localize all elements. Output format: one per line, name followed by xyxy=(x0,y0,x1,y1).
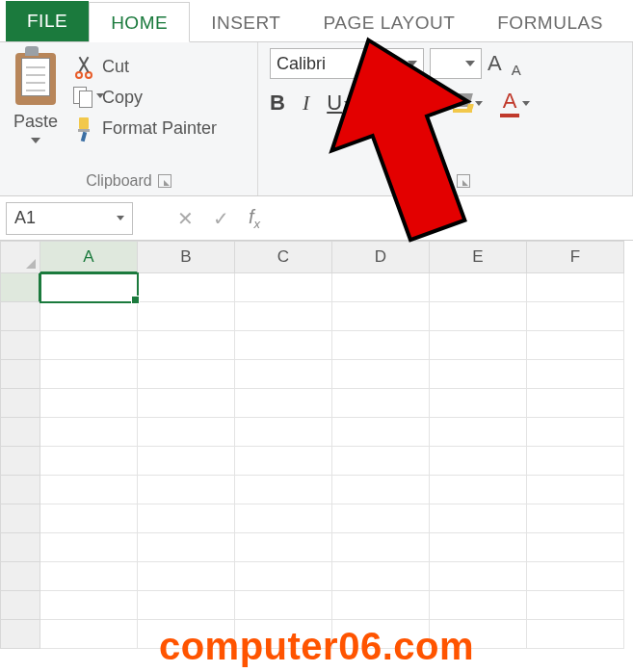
row-header[interactable] xyxy=(0,447,40,476)
name-box[interactable]: A1 xyxy=(6,202,133,235)
column-header[interactable]: F xyxy=(527,241,624,273)
cell[interactable] xyxy=(527,447,624,476)
cell[interactable] xyxy=(430,418,527,447)
row-header[interactable] xyxy=(0,591,40,620)
cell[interactable] xyxy=(40,447,138,476)
fill-color-split-button[interactable] xyxy=(453,93,483,113)
cell[interactable] xyxy=(430,562,527,591)
cell-a1[interactable] xyxy=(40,273,138,302)
font-dialog-launcher[interactable] xyxy=(457,174,470,188)
formula-bar[interactable] xyxy=(260,218,633,219)
cell[interactable] xyxy=(332,418,430,447)
cell[interactable] xyxy=(332,389,430,418)
cell[interactable] xyxy=(40,302,138,331)
cell[interactable] xyxy=(430,389,527,418)
tab-formulas[interactable]: FORMULAS xyxy=(476,3,624,41)
enter-formula-button[interactable]: ✓ xyxy=(213,207,229,230)
cell[interactable] xyxy=(527,418,624,447)
cell[interactable] xyxy=(235,331,332,360)
column-header[interactable]: B xyxy=(138,241,235,273)
cell[interactable] xyxy=(138,533,235,562)
cell[interactable] xyxy=(430,360,527,389)
chevron-down-icon[interactable] xyxy=(465,61,475,66)
paste-split-button[interactable]: Paste xyxy=(12,48,60,143)
tab-page-layout[interactable]: PAGE LAYOUT xyxy=(302,3,476,41)
cell[interactable] xyxy=(527,360,624,389)
cell[interactable] xyxy=(235,447,332,476)
cell[interactable] xyxy=(235,389,332,418)
cell[interactable] xyxy=(332,331,430,360)
borders-split-button[interactable] xyxy=(387,93,417,113)
chevron-down-icon[interactable] xyxy=(117,216,124,220)
cell[interactable] xyxy=(138,331,235,360)
row-header[interactable] xyxy=(0,273,40,302)
column-header[interactable]: E xyxy=(430,241,527,273)
cell[interactable] xyxy=(138,360,235,389)
cell[interactable] xyxy=(527,302,624,331)
column-header[interactable]: D xyxy=(332,241,430,273)
copy-split-button[interactable]: Copy xyxy=(73,87,217,108)
cell[interactable] xyxy=(235,273,332,302)
insert-function-button[interactable]: fx xyxy=(249,206,260,231)
cut-button[interactable]: Cut xyxy=(73,56,217,77)
cell[interactable] xyxy=(332,273,430,302)
cell[interactable] xyxy=(430,533,527,562)
row-header[interactable] xyxy=(0,476,40,504)
cell[interactable] xyxy=(332,360,430,389)
cell[interactable] xyxy=(235,476,332,504)
tab-insert[interactable]: INSERT xyxy=(190,3,302,41)
cell[interactable] xyxy=(235,533,332,562)
cell[interactable] xyxy=(40,533,138,562)
cell[interactable] xyxy=(138,302,235,331)
cell[interactable] xyxy=(235,360,332,389)
chevron-down-icon[interactable] xyxy=(409,101,417,106)
cell[interactable] xyxy=(40,504,138,533)
italic-button[interactable]: I xyxy=(303,90,309,116)
cell[interactable] xyxy=(40,360,138,389)
cell[interactable] xyxy=(332,476,430,504)
cell[interactable] xyxy=(430,591,527,620)
cell[interactable] xyxy=(138,273,235,302)
cell[interactable] xyxy=(40,476,138,504)
cell[interactable] xyxy=(235,562,332,591)
cell[interactable] xyxy=(40,389,138,418)
cell[interactable] xyxy=(527,389,624,418)
cell[interactable] xyxy=(527,504,624,533)
bold-button[interactable]: B xyxy=(270,90,285,116)
cell[interactable] xyxy=(40,331,138,360)
row-header[interactable] xyxy=(0,389,40,418)
column-header[interactable]: C xyxy=(235,241,332,273)
column-header[interactable]: A xyxy=(40,241,138,273)
cell[interactable] xyxy=(40,562,138,591)
cell[interactable] xyxy=(235,504,332,533)
cell[interactable] xyxy=(527,476,624,504)
tab-file[interactable]: FILE xyxy=(6,1,89,41)
row-header[interactable] xyxy=(0,331,40,360)
cell[interactable] xyxy=(138,447,235,476)
increase-font-size-button[interactable]: A xyxy=(488,51,502,76)
tab-home[interactable]: HOME xyxy=(89,2,190,42)
cell[interactable] xyxy=(430,504,527,533)
cell[interactable] xyxy=(332,533,430,562)
cell[interactable] xyxy=(430,273,527,302)
cell[interactable] xyxy=(332,504,430,533)
chevron-down-icon[interactable] xyxy=(522,101,530,106)
cell[interactable] xyxy=(527,562,624,591)
chevron-down-icon[interactable] xyxy=(31,138,40,143)
cell[interactable] xyxy=(138,418,235,447)
font-size-combo[interactable] xyxy=(430,48,482,79)
cell[interactable] xyxy=(138,389,235,418)
cancel-formula-button[interactable]: ✕ xyxy=(177,207,194,230)
row-header[interactable] xyxy=(0,418,40,447)
cell[interactable] xyxy=(138,476,235,504)
chevron-down-icon[interactable] xyxy=(408,61,417,66)
cell[interactable] xyxy=(138,591,235,620)
cell[interactable] xyxy=(332,562,430,591)
select-all-corner[interactable] xyxy=(0,241,40,273)
cell[interactable] xyxy=(332,447,430,476)
cell[interactable] xyxy=(527,331,624,360)
cell[interactable] xyxy=(40,591,138,620)
cell[interactable] xyxy=(40,418,138,447)
clipboard-dialog-launcher[interactable] xyxy=(158,174,171,188)
cell[interactable] xyxy=(235,302,332,331)
